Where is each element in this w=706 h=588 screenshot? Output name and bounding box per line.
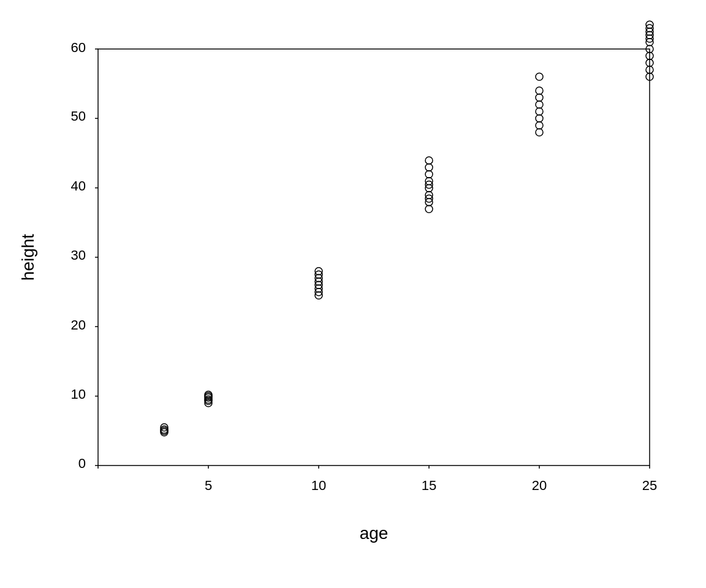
plot-border [98,49,650,466]
x-axis-title: age [360,524,389,543]
y-label-60: 60 [71,40,86,55]
y-label-30: 30 [71,247,86,263]
scatter-plot: 0 10 20 30 40 50 60 5 10 15 20 25 age he… [0,0,706,588]
y-label-0: 0 [78,456,86,471]
y-axis-title: height [18,234,37,281]
x-label-20: 20 [532,478,547,493]
x-label-25: 25 [642,478,657,493]
y-label-20: 20 [71,317,86,333]
x-label-5: 5 [205,478,212,493]
x-label-15: 15 [422,478,436,493]
chart-container: 0 10 20 30 40 50 60 5 10 15 20 25 age he… [0,0,706,588]
y-label-40: 40 [71,178,86,194]
y-label-10: 10 [71,386,86,402]
x-label-10: 10 [311,478,326,493]
y-label-50: 50 [71,108,86,124]
